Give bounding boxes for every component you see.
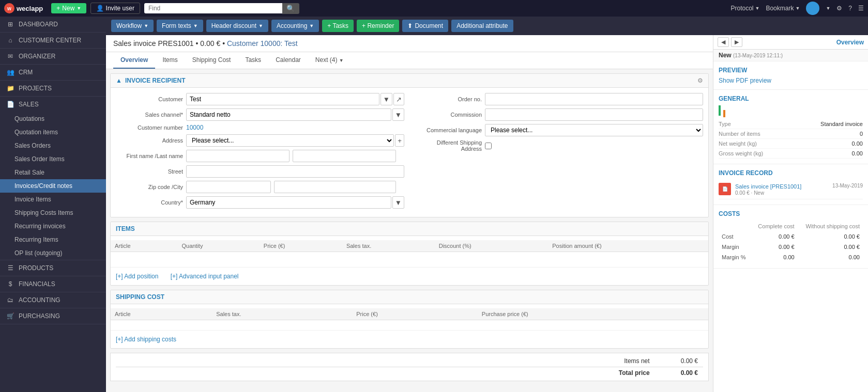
margin-pct-label: Margin % <box>720 253 751 262</box>
form-texts-button[interactable]: Form texts ▼ <box>157 20 203 32</box>
sidebar-item-shipping-costs-items[interactable]: Shipping Costs Items <box>0 206 106 219</box>
different-shipping-checkbox[interactable] <box>485 143 492 149</box>
first-name-input[interactable] <box>186 150 290 162</box>
sidebar-item-customer-center[interactable]: ⌂ CUSTOMER CENTER <box>0 33 106 48</box>
sidebar-section-financials: $ FINANCIALS <box>0 276 106 292</box>
last-name-input[interactable] <box>293 150 396 162</box>
workflow-button[interactable]: Workflow ▼ <box>111 20 154 32</box>
settings-gear-icon[interactable]: ⚙ <box>697 77 703 84</box>
sidebar-section-dashboard: ⊞ DASHBOARD <box>0 17 106 33</box>
additional-attribute-button[interactable]: Additional attribute <box>451 20 513 32</box>
document-button[interactable]: ⬆ Document <box>402 20 448 32</box>
accounting-button[interactable]: Accounting ▼ <box>271 20 319 32</box>
add-position-link[interactable]: [+] Add position <box>111 270 163 283</box>
tasks-button[interactable]: + Tasks <box>322 20 354 32</box>
search-button[interactable]: 🔍 <box>282 3 299 14</box>
tab-overview[interactable]: Overview <box>113 52 155 69</box>
city-input[interactable] <box>274 181 396 193</box>
tab-tasks[interactable]: Tasks <box>238 52 268 69</box>
sidebar-item-purchasing[interactable]: 🛒 PURCHASING <box>0 308 106 324</box>
sidebar-item-accounting[interactable]: 🗂 ACCOUNTING <box>0 292 106 308</box>
new-button[interactable]: + New ▼ <box>51 3 86 13</box>
total-price-row: Total price 0.00 € <box>116 367 703 378</box>
tab-shipping-cost[interactable]: Shipping Cost <box>185 52 238 69</box>
invite-user-button[interactable]: 👤 Invite user <box>90 3 140 14</box>
items-net-label: Items net <box>624 357 649 365</box>
sidebar-item-invoice-items[interactable]: Invoice Items <box>0 193 106 206</box>
preview-section: PREVIEW Show PDF preview <box>713 61 868 90</box>
commercial-language-select[interactable]: Please select... <box>485 124 703 136</box>
help-icon[interactable]: ? <box>848 5 852 12</box>
sidebar-item-financials[interactable]: $ FINANCIALS <box>0 276 106 292</box>
customer-dropdown-btn[interactable]: ▼ <box>380 93 392 105</box>
menu-icon[interactable]: ☰ <box>858 5 864 12</box>
section-toggle-icon[interactable]: ▲ <box>116 77 122 84</box>
invoice-recipient-form: Customer ▼ ↗ Sales channel* <box>111 88 708 217</box>
type-value: Standard invoice <box>820 121 863 127</box>
tab-next[interactable]: Next (4) ▼ <box>308 52 351 69</box>
customer-number-link[interactable]: 10000 <box>186 124 203 131</box>
order-no-input[interactable] <box>485 93 703 105</box>
document-icon: ⬆ <box>407 22 413 29</box>
invite-icon: 👤 <box>96 5 104 12</box>
right-panel-next-btn[interactable]: ▶ <box>731 37 742 47</box>
add-shipping-costs-link[interactable]: [+] Add shipping costs <box>111 333 181 346</box>
address-add-btn[interactable]: + <box>395 134 404 147</box>
sidebar-item-projects[interactable]: 📁 PROJECTS <box>0 81 106 96</box>
country-dropdown-btn[interactable]: ▼ <box>392 196 404 209</box>
protocol-menu[interactable]: Protocol ▼ <box>730 5 759 12</box>
advanced-input-link[interactable]: [+] Advanced input panel <box>165 270 244 283</box>
col-complete-cost: Complete cost <box>752 222 797 231</box>
user-avatar[interactable] <box>806 2 819 15</box>
invoice-record-section: INVOICE RECORD 📄 Sales invoice [PRES1001… <box>713 164 868 205</box>
search-input[interactable] <box>144 3 282 13</box>
sidebar-item-quotations[interactable]: Quotations <box>0 112 106 126</box>
sales-channel-input[interactable] <box>186 108 391 121</box>
mail-icon: ✉ <box>6 53 14 60</box>
sidebar-item-products[interactable]: ☰ PRODUCTS <box>0 260 106 276</box>
customer-link[interactable]: Customer 10000: Test <box>227 39 298 48</box>
bookmark-menu[interactable]: Bookmark ▼ <box>766 5 800 12</box>
country-input[interactable] <box>186 196 391 209</box>
zip-input[interactable] <box>186 181 271 193</box>
sidebar-item-quotation-items[interactable]: Quotation items <box>0 126 106 139</box>
commission-input[interactable] <box>485 108 703 121</box>
right-panel-prev-btn[interactable]: ◀ <box>718 37 729 47</box>
sidebar-item-recurring-items[interactable]: Recurring Items <box>0 233 106 246</box>
top-navigation: w weclapp + New ▼ 👤 Invite user 🔍 Protoc… <box>0 0 868 17</box>
header-discount-button[interactable]: Header discount ▼ <box>206 20 268 32</box>
sidebar-item-sales-order-items[interactable]: Sales Order Items <box>0 152 106 166</box>
customer-input[interactable] <box>186 93 379 105</box>
shipping-col-article: Article <box>111 308 212 320</box>
sidebar-item-crm[interactable]: 👥 CRM <box>0 65 106 80</box>
items-table-container: Article Quantity Price (€) Sales tax. Di… <box>111 236 708 285</box>
progress-bar-orange <box>723 110 725 117</box>
form-left-col: Customer ▼ ↗ Sales channel* <box>116 93 404 212</box>
street-row: Street <box>116 165 404 178</box>
total-price-value: 0.00 € <box>681 369 698 377</box>
show-pdf-preview-link[interactable]: Show PDF preview <box>719 77 771 84</box>
sidebar-item-dashboard[interactable]: ⊞ DASHBOARD <box>0 17 106 32</box>
sales-channel-dropdown-btn[interactable]: ▼ <box>392 108 404 121</box>
invoice-record-link[interactable]: Sales invoice [PRES1001] <box>735 183 801 190</box>
country-field-group: ▼ <box>186 196 404 209</box>
tab-items[interactable]: Items <box>155 52 185 69</box>
sidebar-item-invoices-credit[interactable]: Invoices/Credit notes <box>0 179 106 193</box>
settings-icon[interactable]: ⚙ <box>836 5 842 12</box>
sidebar-item-retail-sale[interactable]: Retail Sale <box>0 166 106 179</box>
reminder-button[interactable]: + Reminder <box>357 20 399 32</box>
tab-calendar[interactable]: Calendar <box>268 52 308 69</box>
costs-row-margin-pct: Margin % 0.00 0.00 <box>720 253 862 262</box>
sidebar-item-organizer[interactable]: ✉ ORGANIZER <box>0 49 106 64</box>
address-select[interactable]: Please select... <box>186 134 394 147</box>
avatar-dropdown[interactable]: ▼ <box>826 6 830 11</box>
street-input[interactable] <box>186 165 404 178</box>
sidebar-item-op-list[interactable]: OP list (outgoing) <box>0 246 106 260</box>
items-table: Article Quantity Price (€) Sales tax. Di… <box>111 240 708 268</box>
costs-section: COSTS Complete cost Without shipping cos… <box>713 205 868 269</box>
sidebar-item-recurring-invoices[interactable]: Recurring invoices <box>0 219 106 233</box>
sidebar-item-sales-orders[interactable]: Sales Orders <box>0 139 106 152</box>
customer-external-link-btn[interactable]: ↗ <box>393 93 404 105</box>
sidebar-item-sales[interactable]: 📄 SALES <box>0 97 106 112</box>
margin-pct-complete: 0.00 <box>752 253 797 262</box>
